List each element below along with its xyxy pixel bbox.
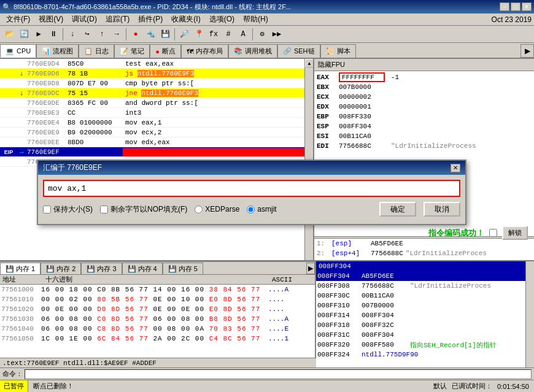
disasm-row-5[interactable]: 7760E9DE 8365 FC 00 and dword ptr ss:[ [0, 98, 304, 108]
mem-row-2[interactable]: 77561010 00 00 02 00 80 5B 56 77 0E 00 1… [0, 294, 315, 304]
tool-open[interactable]: 📂 [2, 28, 16, 41]
tool-hw-bp[interactable]: 🔩 [144, 28, 157, 41]
stack-right-row-1[interactable]: 008FF304 AB5FD6EE [316, 271, 534, 281]
tab-seh[interactable]: 🔗 SEH链 [277, 44, 320, 58]
mem-row-5[interactable]: 77561040 06 00 08 00 C8 8D 56 77 00 08 0… [0, 324, 315, 334]
tool-hash[interactable]: # [222, 28, 235, 41]
tab-scroll-right[interactable]: ▶ [520, 44, 534, 58]
fill-nop-option[interactable]: 剩余字节以NOP填充(F) [100, 204, 187, 215]
lock-checkbox[interactable] [489, 229, 497, 237]
mem-tab-1[interactable]: 💾 内存 1 [0, 263, 41, 274]
mem-tab-3[interactable]: 💾 内存 3 [81, 263, 122, 274]
asmjit-option[interactable]: asmjit [247, 205, 276, 213]
keep-size-checkbox[interactable] [43, 206, 51, 213]
tool-step-into[interactable]: ↓ [66, 28, 79, 41]
stack-right-row-6[interactable]: 008FF318 008FF32C [316, 320, 534, 330]
keep-size-option[interactable]: 保持大小(S) [43, 204, 93, 215]
tool-step-over[interactable]: ↪ [80, 28, 94, 41]
stack-right-row-2[interactable]: 008FF308 7756688C "LdrInitializeProces [316, 281, 534, 291]
disasm-row-4[interactable]: ↓ 7760E9DC 75 15 jne ntdll.7760E9F3 [0, 88, 304, 98]
mem-row-3[interactable]: 77561020 00 0E 00 00 D0 8D 56 77 0E 00 0… [0, 304, 315, 314]
menu-view[interactable]: 视图(V) [35, 13, 67, 25]
mem-row-4[interactable]: 77561030 06 00 08 00 C0 8D 56 77 06 00 0… [0, 314, 315, 324]
xedparse-option[interactable]: XEDParse [195, 205, 239, 213]
command-input[interactable] [25, 369, 532, 379]
tab-memory-layout[interactable]: 🗺 内存布局 [181, 44, 228, 58]
tab-breakpoints[interactable]: ● 断点 [150, 44, 181, 58]
stack-trace-row-2[interactable]: 2: [esp+4] 7756688C "LdrInitializeProces [314, 248, 534, 258]
menu-options[interactable]: 选项(O) [206, 13, 238, 25]
reg-row-esp[interactable]: ESP 008FF304 [317, 121, 532, 131]
disasm-row-2[interactable]: ↓ 7760E9D6 78 1B js ntdll.7760E9F3 [0, 69, 304, 79]
reg-row-ebx[interactable]: EBX 007B0000 [317, 82, 532, 92]
xedparse-radio[interactable] [195, 206, 203, 213]
tool-restart[interactable]: 🔄 [17, 28, 31, 41]
menu-favorites[interactable]: 收藏夹(I) [168, 13, 204, 25]
reg-row-esi[interactable]: ESI 00B11CA0 [317, 131, 532, 141]
disasm-row-1[interactable]: 7760E9D4 85C0 test eax,eax [0, 59, 304, 69]
disasm-row-3[interactable]: 7760E9D8 807D E7 00 cmp byte ptr ss:[ [0, 79, 304, 88]
disasm-row-9[interactable]: 7760E9EE 8BD0 mov edx,eax [0, 137, 304, 147]
mem-tab-4[interactable]: 💾 内存 4 [122, 263, 163, 274]
stack-scrollbar[interactable] [525, 261, 534, 367]
asmjit-radio[interactable] [247, 206, 255, 213]
tool-script[interactable]: fx [207, 28, 220, 41]
cancel-button[interactable]: 取消 [424, 202, 460, 217]
confirm-button[interactable]: 确定 [379, 202, 416, 217]
memory-panel: 💾 内存 1 💾 内存 2 💾 内存 3 💾 内存 4 [0, 261, 316, 367]
tool-play[interactable]: ▶ [32, 28, 45, 41]
tab-callstack[interactable]: 📚 调用堆栈 [228, 44, 277, 58]
lock-button[interactable]: 解锁 [502, 226, 528, 240]
maximize-button[interactable]: □ [511, 2, 520, 11]
stack-right-row-4[interactable]: 008FF310 007B0000 [316, 301, 534, 310]
tool-run-to[interactable]: → [110, 28, 123, 41]
assemble-input[interactable] [43, 180, 460, 197]
menu-help[interactable]: 帮助(H) [239, 13, 272, 25]
tab-cpu[interactable]: 💻 CPU [0, 44, 36, 58]
bytes-1: 85C0 [68, 60, 123, 67]
stack-right-row-5[interactable]: 008FF314 008FF304 [316, 310, 534, 320]
tool-settings[interactable]: ⚙ [255, 28, 269, 41]
stack-right-row-3[interactable]: 008FF30C 00B11CA0 [316, 291, 534, 301]
disasm-row-6[interactable]: 7760E9E3 CC int3 [0, 108, 304, 118]
menu-plugin[interactable]: 插件(P) [134, 13, 166, 25]
menu-trace[interactable]: 追踪(T) [102, 13, 133, 25]
close-button[interactable]: ✕ [522, 2, 532, 11]
mem-scroll-btn[interactable]: ▶ [306, 263, 315, 274]
reg-row-ecx[interactable]: ECX 00000002 [317, 92, 532, 102]
disasm-row-8[interactable]: 7760E9E9 B9 02000000 mov ecx,2 [0, 128, 304, 137]
tool-pause[interactable]: ⏸ [47, 28, 60, 41]
mem-data-area: 77561000 16 00 18 00 C0 8B 56 77 14 00 1… [0, 285, 315, 367]
tool-ref[interactable]: 🔎 [177, 28, 191, 41]
fill-nop-checkbox[interactable] [100, 206, 108, 213]
stack-trace-row-1[interactable]: 1: [esp] AB5FD6EE [314, 239, 534, 248]
stack-right-row-9[interactable]: 008FF324 ntdll.775D9F90 [316, 350, 534, 359]
reg-row-edx[interactable]: EDX 00000001 [317, 102, 532, 112]
tool-trace[interactable]: 📍 [192, 28, 206, 41]
disasm-row-7[interactable]: 7760E9E4 B8 01000000 mov eax,1 [0, 118, 304, 128]
mem-row-1[interactable]: 77561000 16 00 18 00 C0 8B 56 77 14 00 1… [0, 285, 315, 294]
menu-debug[interactable]: 调试(D) [68, 13, 101, 25]
tool-right[interactable]: ▶▶ [270, 28, 284, 41]
mem-tab-2[interactable]: 💾 内存 2 [41, 263, 81, 274]
stack-right-row-8[interactable]: 008FF320 008FF580 指向SEH_Record[1]的指针 [316, 340, 534, 350]
stack-right-row-7[interactable]: 008FF31C 008FF304 [316, 330, 534, 340]
scroll-up-btn[interactable]: ▲ [305, 59, 313, 67]
minimize-button[interactable]: − [500, 2, 509, 11]
tab-notes[interactable]: 📝 笔记 [114, 44, 150, 58]
mem-row-6[interactable]: 77561050 1C 00 1E 00 6C 84 56 77 2A 00 2… [0, 334, 315, 344]
reg-row-eax[interactable]: EAX FFFFFFFF -1 [317, 72, 532, 82]
tool-step-out[interactable]: ↑ [95, 28, 109, 41]
tab-log[interactable]: 📋 日志 [79, 44, 114, 58]
menu-file[interactable]: 文件(F) [2, 13, 34, 25]
reg-row-edi[interactable]: EDI 7756688C "LdrInitializeProcess [317, 141, 532, 151]
mem-tab-5[interactable]: 💾 内存 5 [163, 263, 203, 274]
tab-script[interactable]: 📜 脚本 [320, 44, 356, 58]
tool-mem-bp[interactable]: 💾 [158, 28, 172, 41]
reg-row-ebp[interactable]: EBP 008FF330 [317, 112, 532, 121]
disasm-row-eip[interactable]: EIP → 7760E9EF [0, 147, 304, 157]
tool-bp[interactable]: ● [129, 28, 142, 41]
tool-font[interactable]: A [236, 28, 250, 41]
tab-flowchart[interactable]: 📊 流程图 [36, 44, 79, 58]
dialog-close-button[interactable]: ✕ [451, 164, 460, 172]
